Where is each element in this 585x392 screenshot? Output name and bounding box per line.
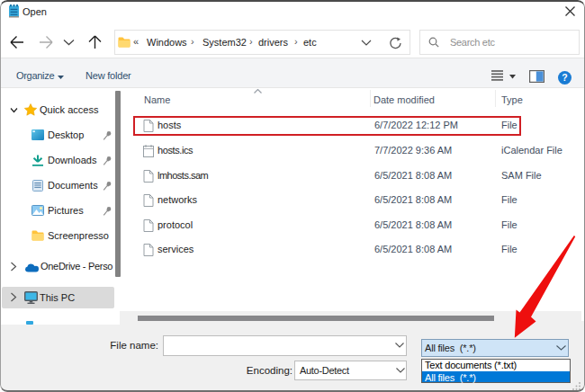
svg-text:?: ? <box>562 72 567 83</box>
